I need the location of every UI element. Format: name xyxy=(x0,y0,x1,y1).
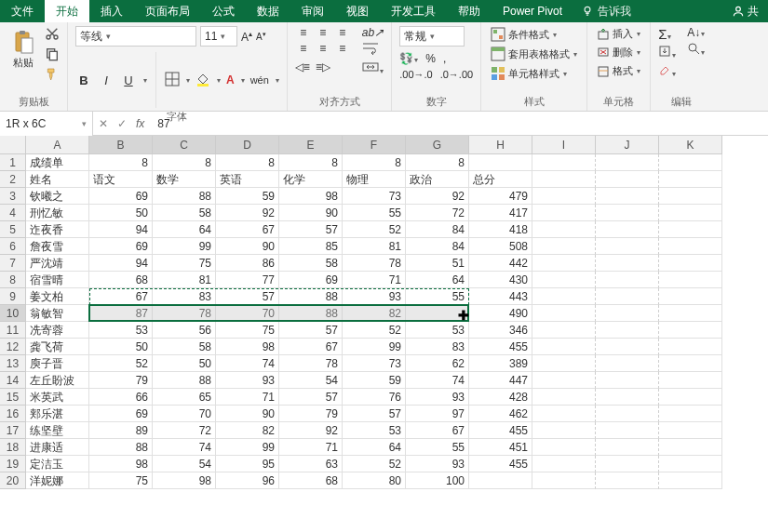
cell[interactable] xyxy=(659,171,722,188)
align-bottom-button[interactable]: ≡ xyxy=(334,26,351,39)
cell[interactable]: 84 xyxy=(406,238,469,255)
cell[interactable]: 78 xyxy=(153,305,216,322)
tab-layout[interactable]: 页面布局 xyxy=(134,0,201,22)
cell[interactable]: 88 xyxy=(153,372,216,389)
cell[interactable]: 67 xyxy=(216,221,279,238)
cell[interactable] xyxy=(596,255,659,272)
cell[interactable]: 65 xyxy=(153,389,216,406)
cell[interactable]: 490 xyxy=(469,305,532,322)
cell[interactable] xyxy=(596,205,659,221)
cell[interactable]: 447 xyxy=(469,372,532,389)
cell[interactable] xyxy=(596,406,659,422)
row-header-5[interactable]: 5 xyxy=(0,221,26,238)
insert-cells-button[interactable]: 插入▾ xyxy=(595,26,642,42)
cell[interactable]: 总分 xyxy=(469,171,532,188)
autosum-button[interactable]: Σ▾ xyxy=(658,26,676,42)
cell[interactable]: 98 xyxy=(216,339,279,355)
cell[interactable] xyxy=(596,305,659,322)
decrease-font-button[interactable]: A▾ xyxy=(256,31,266,42)
font-color-button[interactable]: A xyxy=(226,73,235,86)
row-header-4[interactable]: 4 xyxy=(0,205,26,221)
cell[interactable]: 69 xyxy=(89,188,153,205)
phonetic-button[interactable]: wén xyxy=(250,74,269,86)
cell[interactable]: 政治 xyxy=(406,171,469,188)
paste-button[interactable]: 粘贴 xyxy=(7,26,39,73)
row-header-6[interactable]: 6 xyxy=(0,238,26,255)
cell[interactable]: 50 xyxy=(89,339,153,355)
cell[interactable] xyxy=(659,238,722,255)
cell[interactable]: 451 xyxy=(469,439,532,456)
tab-view[interactable]: 视图 xyxy=(335,0,380,22)
cell[interactable] xyxy=(469,472,532,489)
cell[interactable]: 58 xyxy=(153,205,216,221)
cell[interactable] xyxy=(532,238,596,255)
align-middle-button[interactable]: ≡ xyxy=(315,26,331,39)
cell[interactable]: 99 xyxy=(153,238,216,255)
cell[interactable]: 71 xyxy=(343,272,406,288)
cell[interactable]: 428 xyxy=(469,389,532,406)
cell[interactable]: 389 xyxy=(469,355,532,372)
cell[interactable]: 52 xyxy=(343,221,406,238)
cell[interactable]: 59 xyxy=(343,372,406,389)
cell[interactable]: 51 xyxy=(406,255,469,272)
tab-home[interactable]: 开始 xyxy=(45,0,89,22)
cell[interactable]: 72 xyxy=(406,205,469,221)
tab-dev[interactable]: 开发工具 xyxy=(380,0,447,22)
cell[interactable]: 88 xyxy=(153,188,216,205)
cell[interactable]: 66 xyxy=(89,389,153,406)
cell[interactable] xyxy=(659,439,722,456)
align-top-button[interactable]: ≡ xyxy=(295,26,312,39)
cell[interactable]: 85 xyxy=(279,238,343,255)
row-header-3[interactable]: 3 xyxy=(0,188,26,205)
tell-me[interactable]: 告诉我 xyxy=(581,4,631,20)
cell[interactable]: 62 xyxy=(406,355,469,372)
cell[interactable]: 57 xyxy=(279,389,343,406)
cell[interactable] xyxy=(659,272,722,288)
cell[interactable] xyxy=(596,389,659,406)
cell[interactable]: 成绩单 xyxy=(26,154,89,171)
cell[interactable]: 98 xyxy=(89,456,153,472)
cell[interactable]: 74 xyxy=(153,439,216,456)
cell[interactable]: 55 xyxy=(406,439,469,456)
cell[interactable]: 67 xyxy=(279,339,343,355)
cell[interactable]: 左丘盼波 xyxy=(26,372,89,389)
decrease-indent-button[interactable]: ◁≡ xyxy=(295,60,310,73)
cell[interactable] xyxy=(532,389,596,406)
row-header-15[interactable]: 15 xyxy=(0,389,26,406)
cell[interactable] xyxy=(596,322,659,339)
cell[interactable] xyxy=(659,322,722,339)
cell[interactable] xyxy=(532,472,596,489)
cell[interactable]: 53 xyxy=(343,422,406,439)
cell[interactable] xyxy=(596,456,659,472)
cell[interactable]: 64 xyxy=(153,221,216,238)
cell[interactable]: 54 xyxy=(153,456,216,472)
cell[interactable]: 455 xyxy=(469,456,532,472)
percent-button[interactable]: % xyxy=(425,52,436,65)
cell[interactable]: 73 xyxy=(343,188,406,205)
col-header-G[interactable]: G xyxy=(406,136,469,154)
cell[interactable]: 钦曦之 xyxy=(26,188,89,205)
cell[interactable] xyxy=(406,305,469,322)
cell[interactable]: 94 xyxy=(89,255,153,272)
cell[interactable]: 99 xyxy=(216,439,279,456)
cell[interactable]: 70 xyxy=(216,305,279,322)
cell[interactable]: 72 xyxy=(153,422,216,439)
share-button[interactable]: 共 xyxy=(722,4,768,20)
cell[interactable]: 87 xyxy=(89,305,153,322)
cell[interactable] xyxy=(532,288,596,305)
cell[interactable]: 71 xyxy=(279,439,343,456)
cell[interactable] xyxy=(532,188,596,205)
cell[interactable]: 98 xyxy=(279,188,343,205)
cell[interactable]: 67 xyxy=(406,422,469,439)
cell[interactable] xyxy=(532,205,596,221)
cell[interactable]: 迮夜香 xyxy=(26,221,89,238)
cell[interactable]: 英语 xyxy=(216,171,279,188)
cancel-formula-button[interactable]: ✕ xyxy=(99,117,108,130)
cell[interactable] xyxy=(596,372,659,389)
cell[interactable] xyxy=(659,472,722,489)
col-header-J[interactable]: J xyxy=(596,136,659,154)
cell[interactable]: 82 xyxy=(216,422,279,439)
cell[interactable]: 88 xyxy=(279,305,343,322)
tab-review[interactable]: 审阅 xyxy=(290,0,335,22)
cell[interactable] xyxy=(532,372,596,389)
